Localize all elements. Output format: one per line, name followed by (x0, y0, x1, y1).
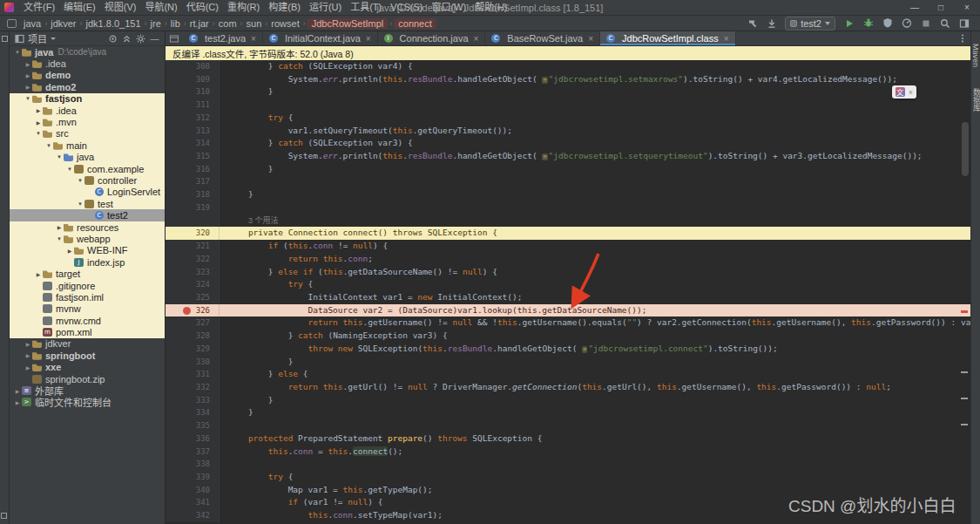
code-text[interactable]: } (220, 406, 970, 419)
tree-expanded-icon[interactable]: ▼ (34, 131, 43, 136)
tab-JdbcRowSetImpl-class[interactable]: CJdbcRowSetImpl.class× (600, 31, 736, 45)
tree-collapsed-icon[interactable]: ▶ (34, 271, 43, 277)
tab-close-icon[interactable]: × (588, 34, 593, 44)
gutter-cell[interactable]: 314 (166, 137, 220, 150)
code-text[interactable]: return this.getUrl() != null ? DriverMan… (220, 381, 970, 394)
tree-item-index-jsp[interactable]: Jindex.jsp (10, 256, 165, 268)
tree-item-controller[interactable]: ▼controller (10, 174, 165, 186)
translate-icon[interactable]: 文 (896, 87, 905, 97)
code-text[interactable]: if (var1 != null) { (220, 496, 970, 509)
build-hammer-icon[interactable] (747, 17, 758, 29)
code-text[interactable]: try { (220, 112, 970, 125)
gutter-cell[interactable]: 336 (166, 432, 220, 446)
tab-test2-java[interactable]: Ctest2.java× (183, 31, 263, 45)
gutter-cell[interactable]: 323 (166, 266, 220, 279)
gutter-cell[interactable]: 337 (166, 446, 220, 459)
tree-collapsed-icon[interactable]: ▶ (24, 84, 32, 90)
hide-panel-icon[interactable]: — (149, 33, 160, 44)
breadcrumb-item[interactable]: java (21, 18, 44, 29)
gutter-cell[interactable]: 325 (166, 291, 220, 304)
close-button[interactable]: × (954, 0, 980, 15)
code-text[interactable] (220, 175, 970, 188)
tree-item-springboot[interactable]: ▶springboot (10, 350, 165, 361)
tab-Connection-java[interactable]: IConnection.java× (378, 31, 486, 45)
tree-collapsed-icon[interactable]: ▶ (13, 388, 22, 394)
gutter-cell[interactable]: 331 (166, 368, 220, 381)
tree-item-WEB-INF[interactable]: ▶WEB-INF (10, 245, 165, 256)
run-config-selector[interactable]: test2 (785, 17, 835, 31)
gutter-cell[interactable]: 333 (166, 394, 220, 407)
tree-item-mvnw[interactable]: mvnw (10, 303, 165, 315)
tree-item-fastjson-iml[interactable]: fastjson.iml (10, 291, 165, 303)
code-area[interactable]: 308 } catch (SQLException var4) {309 Sys… (166, 60, 970, 524)
tree-collapsed-icon[interactable]: ▶ (34, 119, 43, 126)
gutter-cell[interactable]: 328 (166, 330, 220, 343)
tree-item-test[interactable]: ▼test (10, 198, 165, 209)
stop-button[interactable] (920, 17, 931, 29)
gutter-cell[interactable]: 335 (166, 419, 220, 432)
breadcrumb-item[interactable]: JdbcRowSetImpl (308, 18, 389, 29)
menu-E[interactable]: 编辑(E) (59, 0, 100, 15)
update-icon[interactable] (766, 17, 777, 29)
code-text[interactable]: } catch (NamingException var3) { (220, 330, 970, 343)
editor-tabs-icon[interactable] (166, 31, 183, 45)
code-text[interactable]: if (this.conn != null) { (220, 240, 970, 253)
tree-expanded-icon[interactable]: ▼ (55, 154, 64, 160)
gutter-cell[interactable]: 327 (166, 316, 220, 330)
tree-item--[interactable]: ▶>临时文件和控制台 (10, 397, 165, 408)
tree-item-mvnw-cmd[interactable]: mvnw.cmd (10, 315, 165, 326)
breadcrumb-item[interactable]: connect (394, 18, 436, 29)
gutter-cell[interactable]: 321 (166, 240, 220, 253)
tree-collapsed-icon[interactable]: ▶ (65, 248, 74, 254)
tab-close-icon[interactable]: × (366, 34, 371, 44)
close-icon[interactable]: × (909, 88, 913, 97)
tree-item-test2[interactable]: Ctest2 (10, 209, 165, 221)
profiler-button[interactable] (901, 17, 912, 29)
tree-item-demo[interactable]: ▶demo (10, 70, 165, 81)
gutter-cell[interactable]: 341 (166, 496, 220, 509)
menu-VCSS[interactable]: VCS(S) (386, 0, 427, 15)
code-text[interactable]: } (220, 188, 970, 201)
gutter-cell[interactable]: 313 (166, 125, 220, 138)
code-text[interactable]: } catch (SQLException var4) { (220, 60, 970, 73)
run-button[interactable] (843, 17, 855, 29)
menu-T[interactable]: 工具(T) (346, 0, 386, 15)
error-stripe-mark[interactable] (961, 371, 968, 373)
minimize-button[interactable]: — (902, 0, 928, 15)
menu-B[interactable]: 构建(B) (264, 0, 305, 15)
tree-item--idea[interactable]: ▶.idea (10, 58, 165, 69)
code-text[interactable]: throw new SQLException(this.resBundle.ha… (220, 343, 970, 356)
tree-item--gitignore[interactable]: .gitignore (10, 280, 165, 291)
editor-floating-widget[interactable]: 文 × (892, 85, 916, 99)
code-text[interactable] (220, 458, 970, 471)
gutter-cell[interactable]: 316 (166, 163, 220, 176)
breadcrumb-item[interactable]: jre (148, 18, 164, 29)
code-text[interactable]: var1.setQueryTimeout(this.getQueryTimeou… (220, 125, 970, 138)
gutter-cell[interactable]: 318 (166, 188, 220, 201)
layout-button[interactable] (958, 17, 970, 29)
gutter-cell[interactable]: 310 (166, 85, 220, 99)
breadcrumb-item[interactable]: jdkver (48, 18, 78, 29)
gutter-cell[interactable]: 322 (166, 253, 220, 266)
tree-item-src[interactable]: ▼src (10, 128, 165, 140)
gutter-cell[interactable]: 332 (166, 381, 220, 394)
gutter-cell[interactable]: 324 (166, 278, 220, 291)
menu-W[interactable]: 窗口(W) (428, 0, 471, 15)
breadcrumb-item[interactable]: sun (244, 18, 265, 29)
tree-item-fastjson[interactable]: ▼fastjson (10, 93, 165, 105)
error-stripe-mark[interactable] (961, 424, 968, 425)
tree-expanded-icon[interactable]: ▼ (13, 50, 22, 55)
gutter-cell[interactable]: 311 (166, 99, 220, 112)
tree-item-com-example[interactable]: ▼com.example (10, 163, 165, 174)
code-text[interactable]: protected PreparedStatement prepare() th… (220, 432, 970, 446)
tab-InitialContext-java[interactable]: CInitialContext.java× (263, 31, 378, 45)
breadcrumb-item[interactable]: jdk1.8.0_151 (84, 18, 144, 29)
code-text[interactable]: System.err.println(this.resBundle.handle… (220, 150, 970, 163)
code-text[interactable]: return this.getUsername() != null && !th… (220, 316, 970, 330)
tree-collapsed-icon[interactable]: ▶ (24, 352, 32, 358)
gutter-cell[interactable]: 309 (166, 73, 220, 86)
tree-item-demo2[interactable]: ▶demo2 (10, 81, 165, 92)
tree-item--idea[interactable]: ▶.idea (10, 105, 165, 116)
search-everywhere-icon[interactable] (939, 17, 950, 29)
code-text[interactable] (220, 419, 970, 432)
